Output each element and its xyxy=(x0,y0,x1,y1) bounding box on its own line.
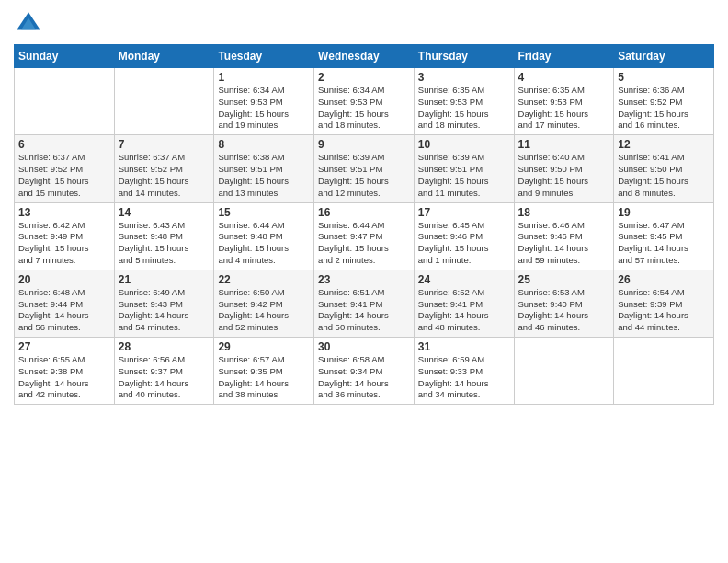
day-info: Sunrise: 6:51 AM Sunset: 9:41 PM Dayligh… xyxy=(318,287,410,334)
calendar: SundayMondayTuesdayWednesdayThursdayFrid… xyxy=(14,44,714,405)
day-number: 28 xyxy=(119,340,210,353)
calendar-cell: 16Sunrise: 6:44 AM Sunset: 9:47 PM Dayli… xyxy=(314,202,415,270)
day-number: 18 xyxy=(518,206,610,219)
day-info: Sunrise: 6:36 AM Sunset: 9:52 PM Dayligh… xyxy=(618,85,710,132)
day-number: 31 xyxy=(418,340,510,353)
day-number: 12 xyxy=(618,138,710,151)
day-number: 25 xyxy=(518,273,610,286)
calendar-week-row: 13Sunrise: 6:42 AM Sunset: 9:49 PM Dayli… xyxy=(15,202,714,270)
day-number: 14 xyxy=(119,206,210,219)
calendar-cell: 15Sunrise: 6:44 AM Sunset: 9:48 PM Dayli… xyxy=(214,202,314,270)
calendar-week-row: 20Sunrise: 6:48 AM Sunset: 9:44 PM Dayli… xyxy=(15,270,714,337)
day-number: 19 xyxy=(618,206,710,219)
day-info: Sunrise: 6:54 AM Sunset: 9:39 PM Dayligh… xyxy=(618,287,710,334)
day-info: Sunrise: 6:41 AM Sunset: 9:50 PM Dayligh… xyxy=(618,152,710,199)
calendar-cell: 17Sunrise: 6:45 AM Sunset: 9:46 PM Dayli… xyxy=(414,202,514,270)
calendar-cell xyxy=(614,338,714,405)
day-info: Sunrise: 6:40 AM Sunset: 9:50 PM Dayligh… xyxy=(518,152,610,199)
day-number: 24 xyxy=(418,273,510,286)
calendar-cell: 3Sunrise: 6:35 AM Sunset: 9:53 PM Daylig… xyxy=(414,68,514,135)
day-number: 9 xyxy=(318,138,410,151)
day-info: Sunrise: 6:39 AM Sunset: 9:51 PM Dayligh… xyxy=(418,152,510,199)
day-number: 17 xyxy=(418,206,510,219)
calendar-cell: 7Sunrise: 6:37 AM Sunset: 9:52 PM Daylig… xyxy=(114,135,214,202)
day-number: 5 xyxy=(618,71,710,84)
day-info: Sunrise: 6:39 AM Sunset: 9:51 PM Dayligh… xyxy=(318,152,410,199)
day-number: 11 xyxy=(518,138,610,151)
day-info: Sunrise: 6:37 AM Sunset: 9:52 PM Dayligh… xyxy=(119,152,210,199)
logo xyxy=(14,9,47,39)
calendar-cell: 25Sunrise: 6:53 AM Sunset: 9:40 PM Dayli… xyxy=(514,270,614,337)
day-info: Sunrise: 6:47 AM Sunset: 9:45 PM Dayligh… xyxy=(618,220,710,267)
day-info: Sunrise: 6:58 AM Sunset: 9:34 PM Dayligh… xyxy=(318,354,410,401)
day-info: Sunrise: 6:48 AM Sunset: 9:44 PM Dayligh… xyxy=(18,287,110,334)
day-info: Sunrise: 6:56 AM Sunset: 9:37 PM Dayligh… xyxy=(119,354,210,401)
day-info: Sunrise: 6:57 AM Sunset: 9:35 PM Dayligh… xyxy=(218,354,310,401)
day-number: 16 xyxy=(318,206,410,219)
day-number: 1 xyxy=(218,71,310,84)
day-info: Sunrise: 6:44 AM Sunset: 9:47 PM Dayligh… xyxy=(318,220,410,267)
calendar-week-row: 1Sunrise: 6:34 AM Sunset: 9:53 PM Daylig… xyxy=(15,68,714,135)
calendar-cell: 23Sunrise: 6:51 AM Sunset: 9:41 PM Dayli… xyxy=(314,270,415,337)
day-number: 29 xyxy=(218,340,310,353)
calendar-cell: 10Sunrise: 6:39 AM Sunset: 9:51 PM Dayli… xyxy=(414,135,514,202)
day-info: Sunrise: 6:46 AM Sunset: 9:46 PM Dayligh… xyxy=(518,220,610,267)
calendar-day-header: Saturday xyxy=(614,45,714,68)
day-number: 20 xyxy=(18,273,110,286)
calendar-day-header: Thursday xyxy=(414,45,514,68)
calendar-cell xyxy=(514,338,614,405)
day-number: 10 xyxy=(418,138,510,151)
day-info: Sunrise: 6:43 AM Sunset: 9:48 PM Dayligh… xyxy=(119,220,210,267)
day-number: 3 xyxy=(418,71,510,84)
day-number: 15 xyxy=(218,206,310,219)
day-number: 4 xyxy=(518,71,610,84)
calendar-cell: 19Sunrise: 6:47 AM Sunset: 9:45 PM Dayli… xyxy=(614,202,714,270)
day-info: Sunrise: 6:55 AM Sunset: 9:38 PM Dayligh… xyxy=(18,354,110,401)
day-info: Sunrise: 6:34 AM Sunset: 9:53 PM Dayligh… xyxy=(318,85,410,132)
calendar-cell: 9Sunrise: 6:39 AM Sunset: 9:51 PM Daylig… xyxy=(314,135,415,202)
calendar-day-header: Sunday xyxy=(15,45,115,68)
calendar-header-row: SundayMondayTuesdayWednesdayThursdayFrid… xyxy=(15,45,714,68)
calendar-cell: 5Sunrise: 6:36 AM Sunset: 9:52 PM Daylig… xyxy=(614,68,714,135)
day-info: Sunrise: 6:37 AM Sunset: 9:52 PM Dayligh… xyxy=(18,152,110,199)
calendar-cell: 1Sunrise: 6:34 AM Sunset: 9:53 PM Daylig… xyxy=(214,68,314,135)
calendar-cell: 29Sunrise: 6:57 AM Sunset: 9:35 PM Dayli… xyxy=(214,338,314,405)
day-info: Sunrise: 6:59 AM Sunset: 9:33 PM Dayligh… xyxy=(418,354,510,401)
calendar-cell: 24Sunrise: 6:52 AM Sunset: 9:41 PM Dayli… xyxy=(414,270,514,337)
logo-icon xyxy=(14,9,43,39)
calendar-cell: 12Sunrise: 6:41 AM Sunset: 9:50 PM Dayli… xyxy=(614,135,714,202)
day-number: 6 xyxy=(18,138,110,151)
calendar-week-row: 6Sunrise: 6:37 AM Sunset: 9:52 PM Daylig… xyxy=(15,135,714,202)
day-info: Sunrise: 6:53 AM Sunset: 9:40 PM Dayligh… xyxy=(518,287,610,334)
day-number: 8 xyxy=(218,138,310,151)
calendar-cell: 8Sunrise: 6:38 AM Sunset: 9:51 PM Daylig… xyxy=(214,135,314,202)
day-number: 23 xyxy=(318,273,410,286)
day-number: 26 xyxy=(618,273,710,286)
day-info: Sunrise: 6:42 AM Sunset: 9:49 PM Dayligh… xyxy=(18,220,110,267)
calendar-day-header: Tuesday xyxy=(214,45,314,68)
calendar-cell: 28Sunrise: 6:56 AM Sunset: 9:37 PM Dayli… xyxy=(114,338,214,405)
day-info: Sunrise: 6:52 AM Sunset: 9:41 PM Dayligh… xyxy=(418,287,510,334)
calendar-cell: 27Sunrise: 6:55 AM Sunset: 9:38 PM Dayli… xyxy=(15,338,115,405)
header xyxy=(14,9,714,39)
calendar-cell: 2Sunrise: 6:34 AM Sunset: 9:53 PM Daylig… xyxy=(314,68,415,135)
day-number: 27 xyxy=(18,340,110,353)
day-info: Sunrise: 6:49 AM Sunset: 9:43 PM Dayligh… xyxy=(119,287,210,334)
calendar-cell: 4Sunrise: 6:35 AM Sunset: 9:53 PM Daylig… xyxy=(514,68,614,135)
day-info: Sunrise: 6:38 AM Sunset: 9:51 PM Dayligh… xyxy=(218,152,310,199)
calendar-week-row: 27Sunrise: 6:55 AM Sunset: 9:38 PM Dayli… xyxy=(15,338,714,405)
calendar-cell: 13Sunrise: 6:42 AM Sunset: 9:49 PM Dayli… xyxy=(15,202,115,270)
day-number: 2 xyxy=(318,71,410,84)
day-info: Sunrise: 6:34 AM Sunset: 9:53 PM Dayligh… xyxy=(218,85,310,132)
calendar-cell xyxy=(114,68,214,135)
page: SundayMondayTuesdayWednesdayThursdayFrid… xyxy=(0,0,728,563)
day-number: 21 xyxy=(119,273,210,286)
calendar-cell: 18Sunrise: 6:46 AM Sunset: 9:46 PM Dayli… xyxy=(514,202,614,270)
calendar-cell: 30Sunrise: 6:58 AM Sunset: 9:34 PM Dayli… xyxy=(314,338,415,405)
calendar-cell: 31Sunrise: 6:59 AM Sunset: 9:33 PM Dayli… xyxy=(414,338,514,405)
day-info: Sunrise: 6:50 AM Sunset: 9:42 PM Dayligh… xyxy=(218,287,310,334)
calendar-cell xyxy=(15,68,115,135)
calendar-cell: 26Sunrise: 6:54 AM Sunset: 9:39 PM Dayli… xyxy=(614,270,714,337)
calendar-day-header: Wednesday xyxy=(314,45,415,68)
calendar-cell: 20Sunrise: 6:48 AM Sunset: 9:44 PM Dayli… xyxy=(15,270,115,337)
